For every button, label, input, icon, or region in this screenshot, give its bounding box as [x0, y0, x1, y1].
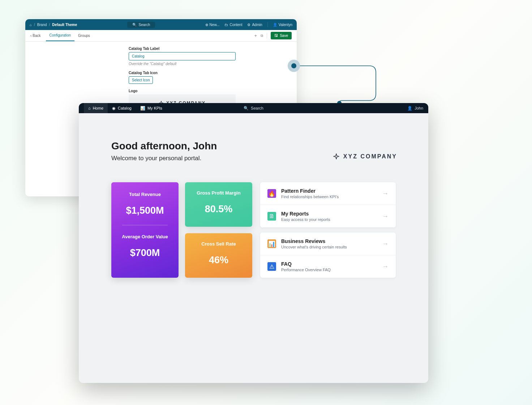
portal-user-menu[interactable]: 👤John — [407, 106, 423, 111]
kpi-cross-sell[interactable]: Cross Sell Rate 46% — [185, 233, 252, 278]
brand-logo: XYZ COMPANY — [333, 153, 397, 160]
header-search[interactable]: 🔍 Search — [127, 22, 155, 28]
search-icon: 🔍 — [132, 23, 137, 27]
admin-button[interactable]: ⚙Admin — [247, 23, 262, 27]
catalog-icon: ◉ — [112, 106, 116, 111]
icon-label: Catalog Tab Icon — [129, 71, 297, 75]
nav-kpis[interactable]: 📊My KPIs — [136, 106, 167, 111]
search-icon: 🔍 — [244, 106, 249, 111]
logo-label: Logo — [129, 89, 297, 93]
user-icon: 👤 — [407, 106, 412, 111]
kpi-margin-value: 80.5% — [190, 204, 247, 215]
quick-links: 🔥 Pattern FinderFind relationships betwe… — [260, 182, 396, 278]
home-icon: ⌂ — [88, 106, 91, 110]
alert-icon: ⚠ — [267, 262, 276, 271]
kpi-revenue-value: $1,500M — [117, 205, 173, 216]
arrow-right-icon: → — [382, 213, 389, 220]
kpi-cross-label: Cross Sell Rate — [190, 241, 247, 247]
copy-icon[interactable]: ⧉ — [261, 34, 263, 38]
portal-search[interactable]: 🔍Search — [244, 106, 263, 111]
link-faq[interactable]: ⚠ FAQPerformance Overview FAQ → — [260, 255, 396, 278]
catalog-help: Override the "Catalog" default — [129, 62, 297, 66]
new-button[interactable]: ⊕New... — [205, 23, 220, 27]
tab-groups[interactable]: Groups — [74, 30, 94, 41]
nav-catalog[interactable]: ◉Catalog — [108, 106, 136, 111]
content-button[interactable]: 🗀Content — [224, 23, 242, 27]
link-business-reviews[interactable]: 📊 Business ReviewsUncover what's driving… — [260, 233, 396, 255]
home-icon: ⌂ — [30, 23, 32, 27]
search-placeholder: Search — [139, 23, 150, 27]
select-icon-button[interactable]: Select Icon — [129, 76, 153, 84]
xyz-logo-icon — [333, 153, 340, 160]
dashboard-icon: 📊 — [140, 106, 145, 111]
user-menu[interactable]: 👤Valentyn — [273, 23, 292, 27]
dashboard: Total Revenue $1,500M Average Order Valu… — [111, 182, 396, 278]
kpi-margin-label: Gross Profit Margin — [190, 190, 247, 196]
portal-window: ⌂Home ◉Catalog 📊My KPIs 🔍Search 👤John Go… — [79, 103, 428, 383]
arrow-right-icon: → — [382, 240, 389, 248]
tab-configuration[interactable]: Configuration — [46, 30, 74, 41]
gear-icon: ⚙ — [247, 23, 250, 27]
kpi-aov-value: $700M — [117, 247, 173, 259]
link-pattern-finder[interactable]: 🔥 Pattern FinderFind relationships betwe… — [260, 182, 396, 205]
breadcrumb-theme: Default Theme — [52, 23, 77, 27]
greeting-title: Good afternoon, John — [111, 140, 396, 152]
flame-icon: 🔥 — [267, 189, 276, 198]
kpi-aov-label: Average Order Value — [117, 234, 173, 239]
nav-home[interactable]: ⌂Home — [84, 103, 108, 113]
bar-chart-icon: 📊 — [267, 239, 276, 248]
catalog-input[interactable]: Catalog — [129, 52, 236, 60]
chevron-left-icon: ‹ — [30, 34, 31, 38]
kpi-revenue-aov[interactable]: Total Revenue $1,500M Average Order Valu… — [111, 182, 179, 278]
catalog-label: Catalog Tab Label — [129, 47, 297, 51]
add-button[interactable]: + — [254, 33, 257, 38]
folder-icon: 🗀 — [224, 23, 228, 27]
user-icon: 👤 — [273, 23, 277, 27]
save-button[interactable]: 🖫Save — [271, 32, 292, 39]
document-icon: 🗎 — [267, 212, 276, 221]
link-my-reports[interactable]: 🗎 My ReportsEasy access to your reports … — [260, 205, 396, 227]
admin-subheader: ‹Back Configuration Groups + ⧉ 🖫Save — [25, 30, 297, 42]
breadcrumb[interactable]: ⌂ / Brand / Default Theme — [30, 23, 77, 27]
kpi-cross-value: 46% — [190, 255, 247, 266]
admin-header: ⌂ / Brand / Default Theme 🔍 Search ⊕New.… — [25, 19, 297, 30]
arrow-right-icon: → — [382, 263, 389, 270]
header-right: ⊕New... 🗀Content ⚙Admin 👤Valentyn — [205, 22, 292, 27]
plus-box-icon: ⊕ — [205, 23, 208, 27]
back-button[interactable]: ‹Back — [30, 34, 41, 38]
breadcrumb-brand: Brand — [37, 23, 47, 27]
arrow-right-icon: → — [382, 190, 389, 197]
kpi-revenue-label: Total Revenue — [117, 192, 173, 197]
save-icon: 🖫 — [274, 34, 278, 38]
kpi-grid: Total Revenue $1,500M Average Order Valu… — [111, 182, 252, 278]
kpi-margin[interactable]: Gross Profit Margin 80.5% — [185, 182, 252, 227]
connector-dot-start — [288, 60, 300, 72]
portal-nav: ⌂Home ◉Catalog 📊My KPIs 🔍Search 👤John — [79, 103, 428, 113]
